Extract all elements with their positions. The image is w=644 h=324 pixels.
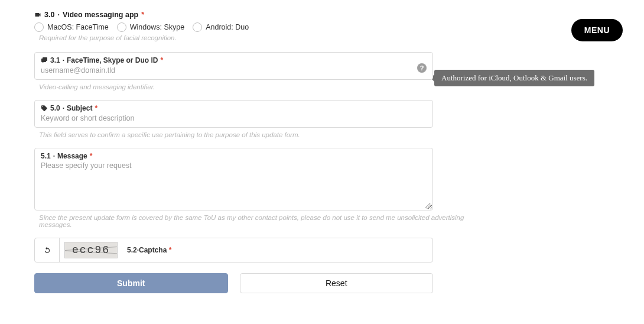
q51-num: 5.1 <box>41 152 51 160</box>
q51-helper: Since the present update form is covered… <box>39 214 467 228</box>
q50-text: Subject <box>67 104 92 112</box>
id-input[interactable] <box>41 66 427 74</box>
q51-field: 5.1 · Message * <box>34 148 433 210</box>
q50-label: 5.0 · Subject * <box>41 104 427 112</box>
q51-text: Message <box>57 152 87 160</box>
refresh-icon <box>43 246 51 254</box>
q30-option-skype[interactable]: Windows: Skype <box>117 22 184 32</box>
q31-label: 3.1 · FaceTime, Skype or Duo ID * <box>41 56 427 64</box>
required-indicator: * <box>161 56 164 64</box>
radio-icon <box>193 22 202 32</box>
q30-option-facetime[interactable]: MacOS: FaceTime <box>34 22 109 32</box>
q30-helper: Required for the purpose of facial recog… <box>39 34 467 41</box>
q50-helper: This field serves to confirm a specific … <box>39 131 467 138</box>
q30-option-duo[interactable]: Android: Duo <box>193 22 249 32</box>
q30-option-label: Windows: Skype <box>130 23 184 31</box>
q30-text: Video messaging app <box>63 11 138 19</box>
radio-icon <box>117 22 126 32</box>
reset-button[interactable]: Reset <box>240 273 434 293</box>
q50-field: 5.0 · Subject * <box>34 100 433 128</box>
chat-bubbles-icon <box>41 57 48 64</box>
captcha-row: ecc96 5.2 · Captcha * <box>34 238 433 263</box>
submit-button[interactable]: Submit <box>34 273 228 293</box>
q31-text: FaceTime, Skype or Duo ID <box>67 56 158 64</box>
q30-option-label: Android: Duo <box>206 23 249 31</box>
q51-label: 5.1 · Message * <box>41 152 427 160</box>
form-container: 3.0 · Video messaging app * MacOS: FaceT… <box>0 0 467 293</box>
captcha-refresh-button[interactable] <box>35 238 60 262</box>
required-indicator: * <box>169 246 172 254</box>
q31-field: 3.1 · FaceTime, Skype or Duo ID * ? <box>34 52 433 80</box>
required-indicator: * <box>141 11 144 19</box>
q30-option-label: MacOS: FaceTime <box>47 23 109 31</box>
q52-num: 5.2 <box>127 246 137 254</box>
id-field-tooltip: Authorized for iCloud, Outlook & Gmail u… <box>434 70 594 86</box>
q52-text: Captcha <box>139 246 167 254</box>
q52-label: 5.2 · Captcha * <box>122 238 432 262</box>
required-indicator: * <box>95 104 97 112</box>
sep: · <box>63 104 64 112</box>
subject-input[interactable] <box>41 114 427 122</box>
required-indicator: * <box>90 152 93 160</box>
sep: · <box>57 11 59 19</box>
sep: · <box>53 152 55 160</box>
video-camera-icon <box>34 11 41 18</box>
q50-num: 5.0 <box>50 104 60 112</box>
menu-button[interactable]: MENU <box>571 19 623 41</box>
sep: · <box>63 56 64 64</box>
button-row: Submit Reset <box>34 273 433 293</box>
tag-icon <box>41 105 48 112</box>
help-icon[interactable]: ? <box>417 63 427 73</box>
q30-options: MacOS: FaceTime Windows: Skype Android: … <box>34 22 467 32</box>
q31-num: 3.1 <box>50 56 60 64</box>
message-input[interactable] <box>41 161 427 203</box>
q30-label: 3.0 · Video messaging app * <box>34 11 467 19</box>
captcha-image: ecc96 <box>64 242 118 258</box>
radio-icon <box>34 22 44 32</box>
q31-helper: Video-calling and messaging identifier. <box>39 83 467 90</box>
q30-num: 3.0 <box>44 11 54 19</box>
